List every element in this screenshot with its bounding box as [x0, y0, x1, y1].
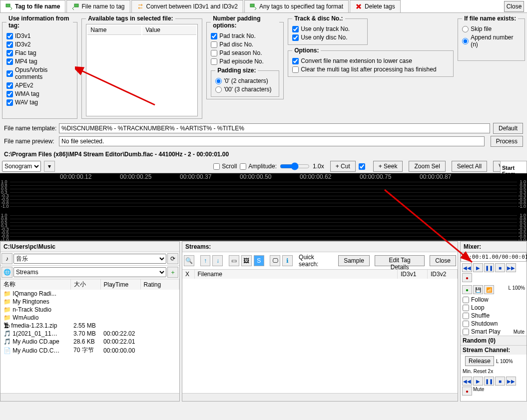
sonogram-settings-icon[interactable]: ▾	[44, 161, 55, 172]
view-mode-select[interactable]: Sonogram	[2, 161, 41, 172]
tab-label: Any tags to specified tag format	[259, 3, 343, 10]
check-only-disc[interactable]: Use only disc No.	[292, 34, 363, 41]
add-icon[interactable]: ＋	[167, 267, 178, 278]
streams-list[interactable]: X Filename ID3v1 ID3v2	[182, 270, 458, 393]
table-row[interactable]: 📁 IQmango Radi...	[0, 290, 179, 298]
check-loop[interactable]: Loop	[461, 304, 527, 312]
sc-mute[interactable]: Mute	[473, 387, 484, 396]
check-smartplay[interactable]: Smart PlayMute	[461, 328, 527, 336]
music-folder-select[interactable]: 音乐	[13, 254, 166, 264]
sc-next-icon[interactable]: ▶▶	[506, 377, 516, 386]
check-pad-disc[interactable]: Pad disc No.	[211, 41, 279, 48]
check-shutdown[interactable]: Shutdown	[461, 320, 527, 328]
waveform-display[interactable]: 00:00:00.12 00:00:00.25 00:00:00.37 00:0…	[0, 173, 527, 241]
check-wav[interactable]: WAV tag	[6, 99, 73, 106]
up-arrow-icon[interactable]: ↑	[200, 255, 211, 266]
amplitude-check[interactable]: Amplitude:	[240, 163, 277, 170]
check-pad-track[interactable]: Pad track No.	[211, 32, 279, 39]
check-only-track[interactable]: Use only track No.	[292, 25, 363, 32]
default-button[interactable]: Default	[493, 123, 523, 134]
scroll-check[interactable]: Scroll	[213, 163, 237, 170]
check-mp4[interactable]: MP4 tag	[6, 58, 73, 65]
mute-label[interactable]: Mute	[514, 329, 525, 335]
music-note-icon[interactable]: ♪	[1, 253, 12, 264]
tab-convert[interactable]: Convert between ID3v1 and ID3v2	[131, 0, 243, 12]
tab-delete[interactable]: Delete tags	[350, 0, 401, 12]
check-lowercase-ext[interactable]: Convert file name extension to lower cas…	[292, 57, 449, 64]
record-icon[interactable]: ●	[462, 273, 472, 282]
check-follow[interactable]: Follow	[461, 296, 527, 304]
browser-path: C:\Users\pc\Music	[0, 242, 179, 252]
table-row[interactable]: 📁 n-Track Studio	[0, 306, 179, 314]
table-row[interactable]: 📁 My Ringtones	[0, 298, 179, 306]
doc-icon[interactable]: ▭	[229, 255, 239, 266]
stop-icon[interactable]: ■	[495, 263, 505, 272]
tab-any-tags[interactable]: Any tags to specified tag format	[244, 0, 349, 12]
table-row[interactable]: 🎵 1(2021_01_11…3.70 MB00:00:22.02	[0, 330, 179, 338]
check-flac[interactable]: Flac tag	[6, 49, 73, 56]
check-wma[interactable]: WMA tag	[6, 90, 73, 97]
tab-file-to-tag[interactable]: File name to tag	[66, 0, 130, 12]
streams-select[interactable]: Streams	[13, 267, 166, 277]
rss-icon[interactable]: 📶	[484, 285, 494, 294]
check-pad-episode[interactable]: Pad episode No.	[211, 58, 279, 65]
check-id3v1[interactable]: ID3v1	[6, 32, 73, 39]
tab-tag-to-file[interactable]: Tag to file name	[0, 0, 65, 12]
cut-button[interactable]: + Cut	[330, 161, 356, 172]
radio-append[interactable]: Append number (n)	[462, 34, 521, 48]
process-button[interactable]: Process	[491, 136, 523, 147]
next-icon[interactable]: ▶▶	[506, 263, 516, 272]
check-clear-list[interactable]: Clear the multi tag list after processin…	[292, 66, 449, 73]
available-tags-table[interactable]: NameValue	[86, 24, 198, 116]
template-input[interactable]	[59, 123, 490, 133]
select-all-button[interactable]: Select All	[452, 161, 487, 172]
padding-size-fieldset: Padding size: '0' (2 characters) '00' (3…	[211, 67, 279, 97]
template-label: File name template:	[4, 125, 59, 132]
use-info-fieldset: Use information from tag: ID3v1 ID3v2 Fl…	[2, 15, 77, 119]
table-row[interactable]: 🎵 My Audio CD.ape28.6 KB00:00:22.01	[0, 338, 179, 346]
sc-stop-icon[interactable]: ■	[495, 377, 505, 386]
prev-icon[interactable]: ◀◀	[462, 263, 472, 272]
radio-pad-3[interactable]: '00' (3 characters)	[215, 86, 275, 93]
radio-skip[interactable]: Skip file	[462, 25, 521, 32]
radio-pad-2[interactable]: '0' (2 characters)	[215, 77, 275, 84]
green-dot-icon[interactable]: ●	[462, 285, 472, 294]
file-list[interactable]: 名称 大小 PlayTime Rating 📁 IQmango Radi...📁…	[0, 279, 179, 393]
close-button[interactable]: Close	[504, 1, 524, 12]
check-apev2[interactable]: APEv2	[6, 82, 73, 89]
s-icon[interactable]: S	[254, 255, 264, 266]
play-icon[interactable]: ▶	[473, 263, 483, 272]
seek-button[interactable]: + Seek	[373, 161, 403, 172]
down-arrow-icon[interactable]: ↓	[212, 255, 223, 266]
pause-icon[interactable]: ❚❚	[484, 263, 494, 272]
globe-icon[interactable]: 🌐	[1, 267, 12, 278]
search-icon[interactable]: 🔍	[184, 255, 194, 266]
table-row[interactable]: 🗜 fmedia-1.23.1.zip2.55 MB	[0, 322, 179, 330]
wave-tick: 00:00:00.50	[240, 173, 271, 180]
image-icon[interactable]: 🖼	[241, 255, 252, 266]
check-shuffle[interactable]: Shuffle	[461, 312, 527, 320]
sample-button[interactable]: Sample	[338, 255, 370, 266]
sc-play-icon[interactable]: ▶	[473, 377, 483, 386]
cut-enable-check[interactable]	[359, 163, 367, 170]
release-button[interactable]: Release	[465, 356, 494, 366]
monitor-icon[interactable]: 🖵	[270, 255, 280, 266]
h-scrollbar[interactable]	[0, 393, 179, 401]
table-row[interactable]: 📄 My Audio CD.C…70 字节00:00:00.00	[0, 346, 179, 355]
check-pad-season[interactable]: Pad season No.	[211, 49, 279, 56]
table-row[interactable]: 📁 WmAudio	[0, 314, 179, 322]
amplitude-slider[interactable]	[280, 162, 310, 170]
check-id3v2[interactable]: ID3v2	[6, 41, 73, 48]
h-scrollbar[interactable]	[182, 393, 458, 401]
edit-tag-button[interactable]: Edit Tag Details	[375, 255, 425, 266]
sc-prev-icon[interactable]: ◀◀	[462, 377, 472, 386]
save-icon[interactable]: 💾	[473, 285, 483, 294]
refresh-icon[interactable]: ⟳	[167, 253, 178, 264]
svg-rect-0	[6, 4, 10, 7]
check-vorbis[interactable]: Opus/Vorbis comments	[6, 66, 73, 80]
sc-rec-icon[interactable]: ●	[462, 387, 472, 396]
sc-pause-icon[interactable]: ❚❚	[484, 377, 494, 386]
info-icon[interactable]: ℹ	[282, 255, 293, 266]
streams-close-button[interactable]: Close	[430, 255, 456, 266]
zoom-sel-button[interactable]: Zoom Sel	[409, 161, 445, 172]
